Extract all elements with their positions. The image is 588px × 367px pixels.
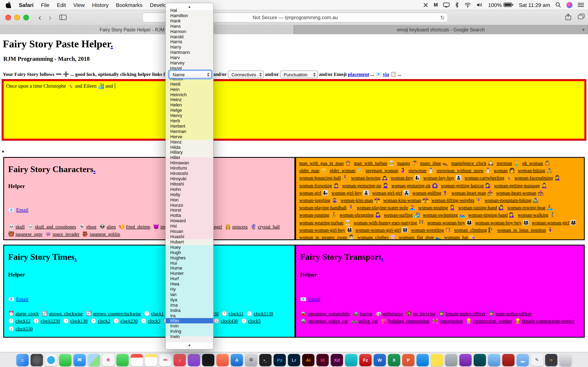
dropdown-item[interactable]: Herve bbox=[166, 134, 213, 140]
emoji-link[interactable]: woman_climbing🧗‍♀️ bbox=[454, 227, 494, 233]
menu-bar-clock[interactable]: Sat 11:29 am bbox=[519, 2, 550, 8]
dropdown-item[interactable]: Hsi bbox=[166, 224, 213, 229]
menu-history[interactable]: History bbox=[88, 2, 112, 8]
dock-icon[interactable]: ✉ bbox=[73, 354, 86, 366]
emoji-link[interactable]: womans_clothes👚 bbox=[357, 235, 396, 240]
dropdown-item[interactable]: Hui bbox=[166, 260, 213, 266]
emoji-link[interactable]: 🕧clock1230 bbox=[33, 319, 60, 324]
dropdown-item[interactable]: Hank bbox=[166, 18, 213, 24]
dock-icon[interactable]: Ai bbox=[302, 354, 314, 366]
emoji-link[interactable]: woman-with-bunny-ears-partying👯‍♀️ bbox=[354, 220, 424, 225]
dropdown-item[interactable]: Horst bbox=[166, 208, 213, 213]
emoji-link[interactable]: merman🧜‍♂️ bbox=[497, 161, 519, 166]
battery-indicator[interactable]: 100% bbox=[488, 2, 514, 8]
emoji-link[interactable]: woman-walking🚶‍♀️ bbox=[518, 213, 555, 217]
dropdown-item[interactable]: Henry bbox=[166, 113, 213, 118]
dropdown-item[interactable]: Harv bbox=[166, 55, 213, 60]
siri-icon[interactable] bbox=[566, 2, 572, 8]
emoji-link[interactable]: 🚑ambulance bbox=[375, 311, 403, 316]
dock-icon[interactable] bbox=[416, 354, 429, 366]
menu-bookmarks[interactable]: Bookmarks bbox=[112, 2, 146, 8]
new-tab-button[interactable]: + bbox=[579, 25, 588, 34]
emoji-link[interactable]: 💀skull bbox=[8, 224, 25, 229]
via-link[interactable]: via bbox=[383, 71, 389, 77]
spotlight-icon[interactable] bbox=[555, 2, 561, 8]
emoji-link[interactable]: 🚔oncoming_police_car bbox=[300, 319, 348, 324]
emoji-link[interactable]: mango🥭 bbox=[397, 161, 417, 166]
emoji-link[interactable]: 👷‍♀️female-construction-worker bbox=[515, 319, 575, 324]
emoji-link[interactable]: woman-woman-boy👩‍👩‍👦 bbox=[427, 220, 472, 225]
dropdown-item[interactable]: Hillary bbox=[166, 150, 213, 155]
zoom-window-button[interactable] bbox=[23, 15, 29, 20]
emoji-link[interactable]: woman-swimming🏊‍♀️ bbox=[423, 213, 465, 217]
dock-icon[interactable] bbox=[431, 354, 443, 366]
transport-email-link[interactable]: 📧Email bbox=[300, 296, 320, 302]
emoji-link[interactable]: woman-golfing🏌️‍♀️ bbox=[412, 191, 449, 195]
emoji-link[interactable]: womans_hat👒 bbox=[444, 235, 475, 240]
dropdown-item[interactable]: Irvin bbox=[166, 324, 213, 329]
placement-link[interactable]: placement bbox=[348, 71, 369, 77]
display-icon[interactable] bbox=[443, 2, 450, 8]
emoji-link[interactable]: 🕒clock3 bbox=[140, 319, 160, 324]
emoji-link[interactable]: 🕦clock1130 bbox=[246, 311, 273, 316]
emoji-link[interactable]: man_with_turban👳 bbox=[354, 161, 394, 166]
emoji-link[interactable]: woman-bouncing-ball⛹️‍♀️ bbox=[299, 175, 348, 180]
emoji-link[interactable]: woman-pouting🙎‍♀️ bbox=[418, 205, 455, 210]
emoji-link[interactable]: older_man👴 bbox=[299, 168, 327, 173]
dropdown-item[interactable]: Hein bbox=[166, 87, 213, 92]
dock-icon[interactable]: Xd bbox=[331, 354, 343, 366]
emoji-link[interactable]: 👹japanese_ogre bbox=[8, 232, 43, 237]
dropdown-item[interactable]: Hubert bbox=[166, 239, 213, 245]
emoji-link[interactable]: mans_shoe👞 bbox=[420, 161, 448, 166]
dropdown-item[interactable]: Hwa bbox=[166, 281, 213, 287]
characters-anchor-link[interactable]: . bbox=[94, 164, 96, 174]
scroll-down-arrow[interactable]: ▼ bbox=[166, 342, 213, 349]
dock-icon[interactable] bbox=[188, 354, 200, 366]
emoji-link[interactable]: woman-bowing🙇‍♀️ bbox=[351, 175, 388, 180]
dock-icon[interactable]: ›_ bbox=[259, 354, 272, 366]
dropdown-item[interactable]: Heinrich bbox=[166, 92, 213, 97]
dropdown-item[interactable]: Hazel bbox=[166, 66, 213, 71]
dock-icon[interactable]: P bbox=[402, 354, 415, 366]
emoji-link[interactable]: woman-boy👩‍👦 bbox=[390, 175, 420, 180]
emoji-link[interactable]: 🕟clock430 bbox=[213, 319, 238, 324]
dock-icon[interactable]: ✎ bbox=[531, 354, 543, 366]
utility-icon[interactable] bbox=[423, 2, 429, 8]
dropdown-item[interactable]: Harvey bbox=[166, 60, 213, 66]
dock-icon[interactable] bbox=[345, 354, 357, 366]
dropdown-item[interactable]: Ian bbox=[166, 292, 213, 297]
m-status-icon[interactable]: M bbox=[434, 2, 438, 8]
dock-icon[interactable]: Fz bbox=[359, 354, 372, 366]
dock-icon[interactable] bbox=[445, 354, 457, 366]
dropdown-item[interactable]: Hans bbox=[166, 24, 213, 29]
emoji-link[interactable]: woman-surfing🏄‍♀️ bbox=[384, 213, 420, 217]
dropdown-item[interactable]: Hon bbox=[166, 197, 213, 202]
dropdown-item[interactable]: Huey bbox=[166, 245, 213, 250]
dock-icon[interactable] bbox=[59, 354, 71, 366]
dock-icon[interactable]: ⚙ bbox=[245, 354, 257, 366]
name-select[interactable]: Name bbox=[169, 71, 212, 78]
emoji-link[interactable]: mantelpiece_clock🕰️ bbox=[451, 161, 494, 166]
times-anchor-link[interactable]: . bbox=[75, 252, 77, 262]
volume-icon[interactable] bbox=[477, 2, 483, 7]
dropdown-item[interactable]: Herman bbox=[166, 129, 213, 134]
dropdown-item[interactable]: Ira bbox=[166, 313, 213, 318]
dock-icon[interactable] bbox=[31, 354, 43, 366]
dock-icon[interactable]: A bbox=[231, 354, 243, 366]
dropdown-item[interactable]: Hilda bbox=[166, 145, 213, 150]
dropdown-item[interactable]: Honzo bbox=[166, 202, 213, 208]
dock-icon[interactable]: ♪ bbox=[173, 354, 186, 366]
dock-icon[interactable] bbox=[131, 354, 143, 366]
dropdown-item[interactable]: Hotta bbox=[166, 213, 213, 218]
dock-icon[interactable] bbox=[216, 354, 229, 366]
menu-view[interactable]: View bbox=[70, 2, 88, 8]
browser-tab[interactable]: emoji keyboard shortcuts - Google Search bbox=[294, 25, 588, 34]
dock-icon[interactable]: ❀ bbox=[102, 354, 114, 366]
emoji-link[interactable]: woman-kiss-man👩‍❤️‍💋‍👨 bbox=[341, 198, 380, 203]
dropdown-item[interactable]: Herb bbox=[166, 118, 213, 124]
emoji-link[interactable]: 👮‍♀️female-police-officer bbox=[438, 311, 485, 316]
connectives-select[interactable]: Connectives bbox=[228, 71, 264, 78]
sidebar-toggle-icon[interactable] bbox=[55, 15, 71, 20]
emoji-link[interactable]: snowman_without_snow⛄ bbox=[437, 168, 491, 173]
emoji-link[interactable]: woman-running🏃‍♀️ bbox=[299, 213, 337, 217]
